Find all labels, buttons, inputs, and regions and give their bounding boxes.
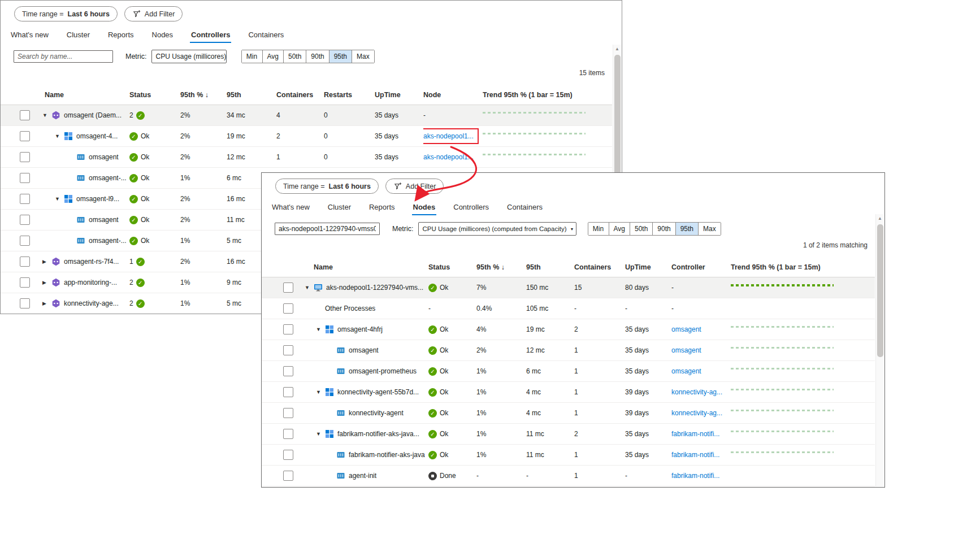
metric-dropdown[interactable]: CPU Usage (millicores) ▼ [151,50,227,63]
tab-whats-new[interactable]: What's new [10,29,50,43]
expand-row-icon[interactable]: ▶ [42,280,51,285]
tab-nodes[interactable]: Nodes [412,202,437,215]
controller-link[interactable]: omsagent [671,367,701,375]
tab-controllers[interactable]: Controllers [190,29,231,43]
row-checkbox[interactable] [283,282,293,293]
row-checkbox[interactable] [20,236,30,246]
column-header-p95[interactable]: 95th [526,263,574,271]
column-header-name[interactable]: Name [302,263,428,271]
tab-containers[interactable]: Containers [506,202,544,215]
row-checkbox[interactable] [20,131,30,141]
column-header-status[interactable]: Status [428,263,476,271]
row-checkbox[interactable] [283,303,293,314]
table-controls: Metric: CPU Usage (millicores) (computed… [262,215,884,236]
collapse-row-icon[interactable]: ▼ [316,327,325,332]
percentile-50th-button[interactable]: 50th [283,50,306,63]
tab-whats-new[interactable]: What's new [271,202,311,215]
controller-link[interactable]: konnectivity-ag... [671,409,722,417]
add-filter-button[interactable]: Add Filter [385,179,444,194]
controller-link[interactable]: omsagent [671,346,701,354]
row-checkbox[interactable] [283,450,293,460]
percentile-90th-button[interactable]: 90th [652,223,675,235]
row-checkbox[interactable] [20,110,30,120]
column-header-p95pct[interactable]: 95th % ↓ [180,91,227,99]
column-header-p95[interactable]: 95th [227,91,276,99]
percentile-avg-button[interactable]: Avg [262,50,283,63]
controller-link[interactable]: fabrikam-notifi... [671,472,719,480]
node-link[interactable]: aks-nodepool1... [423,153,474,161]
column-header-uptime[interactable]: UpTime [625,263,671,271]
tab-nodes[interactable]: Nodes [151,29,175,43]
percentile-avg-button[interactable]: Avg [609,223,630,235]
scrollbar-thumb[interactable] [614,55,621,176]
row-name: aks-nodepool1-12297940-vms... [326,284,423,292]
column-header-trend[interactable]: Trend 95th % (1 bar = 15m) [483,91,612,99]
tab-cluster[interactable]: Cluster [66,29,91,43]
row-checkbox[interactable] [283,471,293,481]
column-header-uptime[interactable]: UpTime [375,91,423,99]
ok-status-icon: ✓ [129,216,138,224]
cell-containers: 1 [574,472,625,480]
row-name: konnectivity-age... [64,299,119,307]
column-header-status[interactable]: Status [129,91,180,99]
percentile-95th-button[interactable]: 95th [329,50,352,63]
column-header-name[interactable]: Name [32,91,129,99]
cell-p95pct: 2% [180,111,227,119]
collapse-row-icon[interactable]: ▼ [316,389,325,395]
column-header-trend[interactable]: Trend 95th % (1 bar = 15m) [731,263,875,271]
row-checkbox[interactable] [20,298,30,308]
scroll-up-icon[interactable]: ▲ [876,214,884,223]
row-checkbox[interactable] [283,429,293,439]
controller-link[interactable]: fabrikam-notifi... [671,430,719,438]
metric-dropdown[interactable]: CPU Usage (millicores) (computed from Ca… [418,222,576,236]
percentile-50th-button[interactable]: 50th [630,223,652,235]
collapse-row-icon[interactable]: ▼ [305,285,314,290]
row-checkbox[interactable] [283,408,293,418]
row-checkbox[interactable] [283,387,293,397]
percentile-90th-button[interactable]: 90th [306,50,328,63]
column-header-containers[interactable]: Containers [276,91,324,99]
tab-controllers[interactable]: Controllers [452,202,490,215]
percentile-95th-button[interactable]: 95th [675,223,698,235]
column-header-controller[interactable]: Controller [671,263,731,271]
collapse-row-icon[interactable]: ▼ [55,133,64,139]
search-input[interactable] [275,223,380,235]
tab-containers[interactable]: Containers [247,29,285,43]
percentile-max-button[interactable]: Max [352,50,374,63]
tab-reports[interactable]: Reports [368,202,396,215]
search-input[interactable] [14,50,113,63]
controller-link[interactable]: konnectivity-ag... [671,388,722,396]
scrollbar-thumb[interactable] [877,224,883,357]
column-header-node[interactable]: Node [423,91,483,99]
node-link[interactable]: aks-nodepool1... [423,128,479,144]
row-name: app-monitoring-... [64,279,117,286]
row-checkbox[interactable] [20,215,30,225]
row-checkbox[interactable] [20,194,30,204]
controller-link[interactable]: fabrikam-notifi... [671,451,719,459]
tab-reports[interactable]: Reports [107,29,135,43]
controller-link[interactable]: omsagent [671,325,701,333]
row-checkbox[interactable] [283,324,293,334]
column-header-restarts[interactable]: Restarts [324,91,375,99]
percentile-min-button[interactable]: Min [242,50,262,63]
collapse-row-icon[interactable]: ▼ [316,431,325,437]
add-filter-button[interactable]: Add Filter [124,6,183,21]
expand-row-icon[interactable]: ▶ [42,301,51,306]
row-checkbox[interactable] [20,277,30,288]
time-range-pill[interactable]: Time range = Last 6 hours [14,6,118,21]
tab-cluster[interactable]: Cluster [327,202,352,215]
column-header-p95pct[interactable]: 95th % ↓ [476,263,526,271]
row-checkbox[interactable] [283,345,293,355]
row-checkbox[interactable] [283,366,293,376]
collapse-row-icon[interactable]: ▼ [55,196,64,202]
collapse-row-icon[interactable]: ▼ [42,112,51,118]
row-checkbox[interactable] [20,152,30,162]
percentile-max-button[interactable]: Max [698,223,721,235]
row-checkbox[interactable] [20,173,30,183]
column-header-containers[interactable]: Containers [574,263,625,271]
scroll-up-icon[interactable]: ▲ [613,45,621,53]
expand-row-icon[interactable]: ▶ [42,259,51,264]
percentile-min-button[interactable]: Min [588,223,609,235]
time-range-pill[interactable]: Time range = Last 6 hours [275,179,379,194]
row-checkbox[interactable] [20,257,30,267]
